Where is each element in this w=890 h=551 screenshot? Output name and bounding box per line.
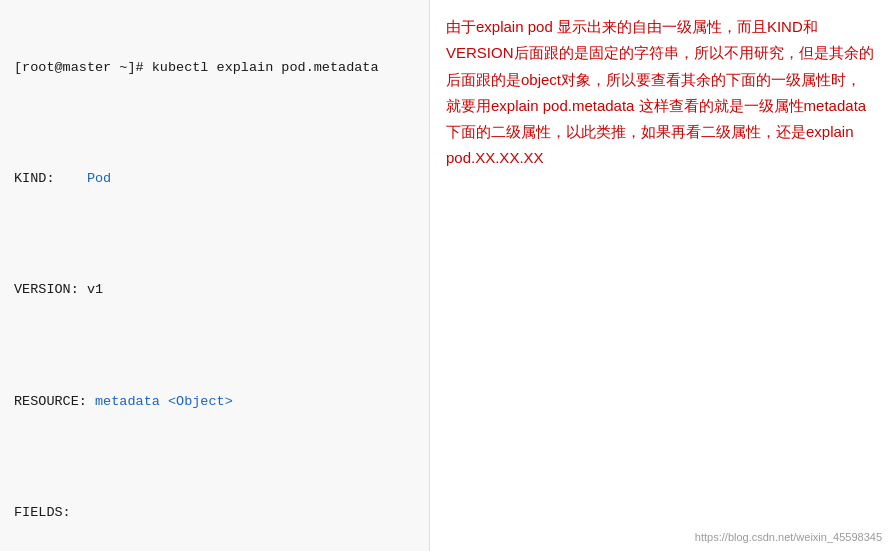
- annotation-text: 由于explain pod 显示出来的自由一级属性，而且KIND和VERSION…: [446, 14, 874, 172]
- terminal-content: [root@master ~]# kubectl explain pod.met…: [14, 12, 415, 551]
- fields-header: FIELDS:: [14, 502, 415, 524]
- version-line: VERSION: v1: [14, 279, 415, 301]
- resource-line: RESOURCE: metadata <Object>: [14, 391, 415, 413]
- watermark: https://blog.csdn.net/weixin_45598345: [695, 531, 882, 543]
- command-line: [root@master ~]# kubectl explain pod.met…: [14, 57, 415, 79]
- kind-line: KIND: Pod: [14, 168, 415, 190]
- terminal-panel: [root@master ~]# kubectl explain pod.met…: [0, 0, 430, 551]
- annotation-panel: 由于explain pod 显示出来的自由一级属性，而且KIND和VERSION…: [430, 0, 890, 551]
